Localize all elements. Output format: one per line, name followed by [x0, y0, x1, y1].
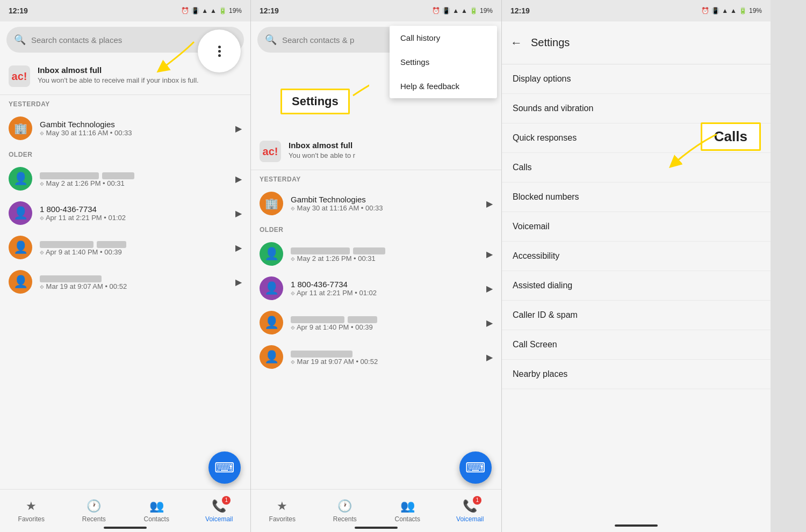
call-meta-blurred-2c: ⟐ Mar 19 at 9:07 AM • 00:52 — [291, 358, 479, 366]
call-item-1800-2[interactable]: 👤 1 800-436-7734 ⟐ Apr 11 at 2:21 PM • 0… — [251, 271, 501, 305]
settings-accessibility[interactable]: Accessibility — [502, 242, 771, 271]
call-info-blurred-2b: ⟐ Apr 9 at 1:40 PM • 00:39 — [291, 314, 479, 331]
inbox-subtitle-2: You won't be able to r — [289, 151, 355, 161]
play-button-blurred-2b[interactable]: ▶ — [486, 318, 493, 328]
inbox-text-2: Inbox almost full You won't be able to r — [289, 141, 355, 161]
play-button-1800-2[interactable]: ▶ — [486, 283, 493, 294]
vibrate-icon-3: 📳 — [711, 7, 719, 14]
avatar-orange-1b: 👤 — [9, 236, 32, 259]
call-item-blurred-2c[interactable]: 👤 ⟐ Mar 19 at 9:07 AM • 00:52 ▶ — [251, 340, 501, 374]
settings-sounds-vibration[interactable]: Sounds and vibration — [502, 94, 771, 123]
avatar-green-1: 👤 — [9, 167, 32, 191]
nav-favorites-1[interactable]: ★ Favorites — [0, 490, 63, 532]
settings-assisted-dialing[interactable]: Assisted dialing — [502, 271, 771, 301]
settings-call-screen[interactable]: Call Screen — [502, 330, 771, 360]
status-bar-1: 12:19 ⏰ 📳 ▲ ▲ 🔋 19% — [0, 0, 250, 21]
play-button-blurred-1c[interactable]: ▶ — [235, 277, 242, 287]
recents-icon-1: 🕐 — [87, 499, 101, 513]
dropdown-settings[interactable]: Settings — [390, 50, 497, 74]
nav-recents-1[interactable]: 🕐 Recents — [63, 490, 126, 532]
call-item-blurred-1c[interactable]: 👤 ⟐ Mar 19 at 9:07 AM • 00:52 ▶ — [0, 265, 250, 299]
three-dots-icon — [218, 46, 221, 57]
settings-caller-id-spam[interactable]: Caller ID & spam — [502, 301, 771, 330]
call-info-1800-2: 1 800-436-7734 ⟐ Apr 11 at 2:21 PM • 01:… — [291, 280, 479, 297]
search-icon-1: 🔍 — [14, 34, 26, 46]
battery-pct-2: 19% — [480, 7, 493, 14]
play-button-gambit-2[interactable]: ▶ — [486, 199, 493, 209]
inbox-text-1: Inbox almost full You won't be able to r… — [38, 65, 199, 85]
section-label-yesterday-1: YESTERDAY — [0, 95, 250, 111]
play-button-blurred-2c[interactable]: ▶ — [486, 352, 493, 362]
nav-recents-label-2: Recents — [333, 515, 357, 523]
nav-voicemail-label-2: Voicemail — [456, 515, 484, 523]
nav-recents-2[interactable]: 🕐 Recents — [314, 490, 377, 532]
wifi-icon-3: ▲ — [722, 7, 728, 14]
dropdown-help[interactable]: Help & feedback — [390, 74, 497, 98]
nav-favorites-label-2: Favorites — [269, 515, 296, 523]
annotation-circle-1 — [198, 30, 241, 72]
fab-keypad-1[interactable]: ⌨ — [208, 451, 241, 484]
call-meta-blurred-2b: ⟐ Apr 9 at 1:40 PM • 00:39 — [291, 323, 479, 331]
settings-nearby-places[interactable]: Nearby places — [502, 360, 771, 389]
call-meta-gambit-1: ⟐ May 30 at 11:16 AM • 00:33 — [40, 129, 228, 137]
play-button-blurred-2a[interactable]: ▶ — [486, 249, 493, 259]
settings-voicemail[interactable]: Voicemail — [502, 212, 771, 242]
dropdown-call-history[interactable]: Call history — [390, 26, 497, 50]
settings-blocked-numbers[interactable]: Blocked numbers — [502, 183, 771, 212]
nav-recents-label-1: Recents — [82, 515, 106, 523]
call-item-blurred-2b[interactable]: 👤 ⟐ Apr 9 at 1:40 PM • 00:39 ▶ — [251, 305, 501, 340]
section-label-older-1: OLDER — [0, 145, 250, 162]
call-item-1800-1[interactable]: 👤 1 800-436-7734 ⟐ Apr 11 at 2:21 PM • 0… — [0, 196, 250, 230]
signal-icon: ▲ — [210, 7, 217, 14]
settings-calls[interactable]: Calls — [502, 153, 771, 183]
status-time-3: 12:19 — [510, 6, 530, 15]
settings-annotation-label: Settings — [280, 89, 350, 114]
nav-contacts-label-1: Contacts — [144, 515, 169, 523]
battery-pct-1: 19% — [229, 7, 242, 14]
call-info-gambit-1: Gambit Technologies ⟐ May 30 at 11:16 AM… — [40, 120, 228, 137]
call-meta-blurred-2a: ⟐ May 2 at 1:26 PM • 00:31 — [291, 254, 479, 263]
settings-display-options[interactable]: Display options — [502, 64, 771, 94]
panel-3-settings: 12:19 ⏰ 📳 ▲ ▲ 🔋 19% ← Settings Calls Dis… — [502, 0, 771, 532]
avatar-orange-1c: 👤 — [9, 270, 32, 294]
nav-voicemail-1[interactable]: 📞 1 Voicemail — [188, 490, 251, 532]
play-button-1800-1[interactable]: ▶ — [235, 208, 242, 218]
fab-keypad-2[interactable]: ⌨ — [459, 451, 492, 484]
signal-icon-2: ▲ — [461, 7, 467, 14]
call-info-blurred-2c: ⟐ Mar 19 at 9:07 AM • 00:52 — [291, 348, 479, 366]
contacts-icon-1: 👥 — [149, 499, 164, 513]
call-meta-1800-2: ⟐ Apr 11 at 2:21 PM • 01:02 — [291, 289, 479, 297]
back-button-3[interactable]: ← — [510, 36, 522, 50]
call-item-blurred-2a[interactable]: 👤 ⟐ May 2 at 1:26 PM • 00:31 ▶ — [251, 237, 501, 271]
call-item-blurred-1a[interactable]: 👤 ⟐ May 2 at 1:26 PM • 00:31 ▶ — [0, 162, 250, 196]
play-button-blurred-1a[interactable]: ▶ — [235, 174, 242, 184]
contacts-icon-2: 👥 — [400, 499, 415, 513]
nav-contacts-1[interactable]: 👥 Contacts — [125, 490, 188, 532]
battery-icon: 🔋 — [219, 7, 227, 14]
section-label-yesterday-2: YESTERDAY — [251, 170, 501, 186]
dropdown-menu-2: Call history Settings Help & feedback — [390, 26, 497, 98]
avatar-green-2: 👤 — [260, 242, 283, 266]
call-item-blurred-1b[interactable]: 👤 ⟐ Apr 9 at 1:40 PM • 00:39 ▶ — [0, 230, 250, 265]
recents-icon-2: 🕐 — [337, 499, 352, 513]
play-button-blurred-1b[interactable]: ▶ — [235, 243, 242, 253]
call-item-gambit-1[interactable]: 🏢 Gambit Technologies ⟐ May 30 at 11:16 … — [0, 111, 250, 145]
nav-voicemail-2[interactable]: 📞 1 Voicemail — [439, 490, 502, 532]
status-time-2: 12:19 — [260, 6, 279, 15]
search-icon-2: 🔍 — [265, 34, 277, 46]
call-name-blurred-1b — [40, 239, 228, 248]
vibrate-icon-2: 📳 — [442, 7, 450, 14]
call-info-blurred-1b: ⟐ Apr 9 at 1:40 PM • 00:39 — [40, 239, 228, 256]
nav-contacts-2[interactable]: 👥 Contacts — [376, 490, 439, 532]
battery-icon-2: 🔋 — [470, 7, 478, 14]
play-button-gambit-1[interactable]: ▶ — [235, 123, 242, 134]
call-info-blurred-1a: ⟐ May 2 at 1:26 PM • 00:31 — [40, 170, 228, 187]
nav-favorites-2[interactable]: ★ Favorites — [251, 490, 314, 532]
call-item-gambit-2[interactable]: 🏢 Gambit Technologies ⟐ May 30 at 11:16 … — [251, 186, 501, 221]
battery-pct-3: 19% — [749, 7, 762, 14]
favorites-icon-2: ★ — [277, 499, 287, 513]
panel-1-call-log: 12:19 ⏰ 📳 ▲ ▲ 🔋 19% 🔍 Search contacts & … — [0, 0, 251, 532]
call-name-gambit-1: Gambit Technologies — [40, 120, 228, 129]
signal-icon-3: ▲ — [730, 7, 737, 14]
call-name-1800-2: 1 800-436-7734 — [291, 280, 479, 289]
